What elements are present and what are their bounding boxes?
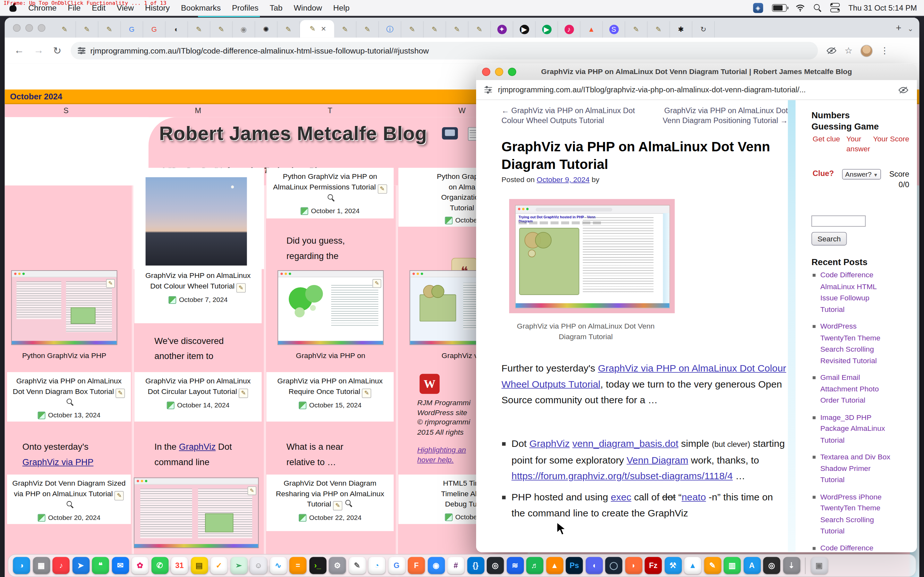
browser-tab[interactable]: ✎ ✕ [278,21,300,37]
post-date[interactable]: October 15, 2024 [309,400,361,410]
facetime-icon[interactable]: ✆ [151,557,168,574]
inline-link[interactable]: Venn Diagram [627,455,688,465]
github-icon[interactable]: ◎ [487,557,504,574]
zoom-icon[interactable]: ◉ [428,557,445,574]
tab-search-chevron-icon[interactable]: ⌄ [907,25,913,33]
popup-scrollbar[interactable] [788,100,796,552]
window-controls[interactable] [5,24,53,37]
filezilla-icon[interactable]: Fz [645,557,662,574]
url-text[interactable]: rjmprogramming.com.au/ITblog/code-differ… [90,46,429,55]
activity-monitor-icon[interactable]: ∿ [270,557,286,574]
vlc-icon[interactable]: ▲ [546,557,563,574]
control-center-icon[interactable] [830,3,839,12]
mail-icon[interactable]: ✉ [111,557,129,574]
menu-clock[interactable]: Thu 31 Oct 5:14 PM [848,3,917,12]
terminal-icon[interactable]: ›_ [309,557,326,574]
clue-label[interactable]: Clue? [813,169,834,178]
browser-tab[interactable]: ✎ ✕ [53,21,76,37]
video-icon[interactable] [442,127,458,140]
post-thumbnail[interactable]: ✎ [11,270,118,345]
numbers-icon[interactable]: ▥ [724,557,741,574]
browser-tab[interactable]: ✎ ✕ [468,21,491,37]
post-title[interactable]: GraphViz via PHP on AlmaLinux Dot Circul… [145,377,250,396]
battery-icon[interactable] [772,4,787,11]
keynote-icon[interactable]: ▲ [684,557,701,574]
browser-tab[interactable]: ◉ ✕ [233,21,255,37]
slack-icon[interactable]: # [447,557,464,574]
settings-icon[interactable]: ⚙ [329,557,346,574]
downloads-icon[interactable]: ⇣ [783,557,800,574]
inline-link[interactable]: neato [682,492,706,502]
browser-tab[interactable]: ▶ ✕ [536,21,558,37]
notes-icon[interactable]: ▤ [191,557,208,574]
post-date[interactable]: October 20, 2024 [48,513,100,523]
calendar-icon[interactable]: 31 [171,557,188,574]
spotlight-icon[interactable] [814,4,821,11]
post-date[interactable]: October 13, 2024 [48,410,100,421]
menu-item[interactable]: Profiles [232,3,258,12]
post-thumbnail[interactable]: ✎ [278,270,384,345]
popup-url-bar[interactable]: rjmprogramming.com.au/ITblog/graphviz-vi… [476,80,917,100]
site-settings-icon[interactable] [485,87,492,93]
post-title[interactable]: GraphViz via PHP on AlmaLinux Dot Colour… [145,271,250,290]
browser-tab[interactable]: ✎ ✕ [188,21,210,37]
obs-icon[interactable]: ◎ [763,557,780,574]
post-date[interactable]: October [455,512,479,522]
photoshop-icon[interactable]: Ps [565,557,583,574]
reminders-icon[interactable]: ✓ [210,557,228,574]
contacts-icon[interactable]: ☺ [250,557,267,574]
prev-post-link[interactable]: ← GraphViz via PHP on AlmaLinux Dot Colo… [501,105,643,125]
tab-close-icon[interactable]: ✕ [321,25,326,33]
rjm-logo[interactable]: W [420,374,439,394]
maps-icon[interactable]: ➢ [230,557,247,574]
recent-post-link[interactable]: Textarea and Div Box Shadow Primer Tutor… [821,452,891,486]
safari-icon[interactable]: ➤ [72,557,89,574]
spotify-icon[interactable]: ♬ [526,557,543,574]
game-link[interactable]: Your Score [873,134,909,154]
browser-tab[interactable]: ✎ ✕ [99,21,121,37]
menu-item[interactable]: Tab [270,3,283,12]
back-button[interactable]: ← [14,45,24,57]
inline-link[interactable]: October 9, 2024 [537,175,590,184]
recent-post-link[interactable]: Code Difference AlmaLinux HTML [821,543,891,552]
textedit-icon[interactable]: ✎ [349,557,365,574]
chrome-icon[interactable]: G [388,557,405,574]
post-title[interactable]: Python GraphViz via PHP on AlmaLinux Per… [273,172,377,191]
post-title[interactable]: GraphViz via PHP on AlmaLinux Dot Venn D… [13,377,121,396]
pages-icon[interactable]: ✎ [704,557,721,574]
inline-link[interactable]: exec [611,492,632,502]
forward-button[interactable]: → [34,45,44,57]
recent-post-link[interactable]: WordPress TwentyTen Theme Search Scrolli… [821,321,891,367]
recent-post-link[interactable]: WordPress iPhone TwentyTen Theme Search … [821,492,891,537]
browser-tab[interactable]: G ✕ [121,21,144,37]
browser-tab[interactable]: ✎ ✕ [334,21,357,37]
popup-window-controls[interactable] [476,68,516,76]
post-date[interactable]: October 22, 2024 [309,513,361,523]
browser-tab[interactable]: ✦ ✕ [491,21,513,37]
menu-item[interactable]: Help [333,3,350,12]
browser-tab[interactable]: ♪ ✕ [558,21,580,37]
reload-button[interactable]: ↻ [53,45,61,57]
article-figure[interactable]: Trying out Dot GraphViz hosted in PHP - … [509,199,675,313]
post-date[interactable]: October 7, 2024 [179,295,228,305]
appstore-icon[interactable]: A [743,557,760,574]
finder-icon[interactable]: ◑ [13,557,30,574]
post-thumbnail[interactable]: ✎ [134,478,258,548]
vscode-icon[interactable]: {} [467,557,484,574]
browser-tab[interactable]: ✺ ✕ [255,21,278,37]
search-input[interactable] [811,215,866,227]
messages-icon[interactable]: ❝ [92,557,109,574]
calculator-icon[interactable]: = [289,557,306,574]
browser-tab[interactable]: ▲ ✕ [580,21,603,37]
search-icon[interactable] [328,194,335,201]
search-icon[interactable] [67,398,74,406]
steam-icon[interactable]: ◯ [605,557,622,574]
postman-icon[interactable]: ◗ [625,557,642,574]
site-settings-icon[interactable] [78,48,86,53]
preview-eye-icon[interactable] [898,85,909,94]
inline-link[interactable]: GraphViz [529,438,570,449]
browser-tab[interactable]: ◐ ✕ [166,21,188,37]
next-post-link[interactable]: GraphViz via PHP on AlmaLinux Dot Venn D… [645,105,788,125]
inline-link[interactable]: venn_diagram_basis.dot [572,438,678,449]
photos-icon[interactable]: ✿ [132,557,149,574]
